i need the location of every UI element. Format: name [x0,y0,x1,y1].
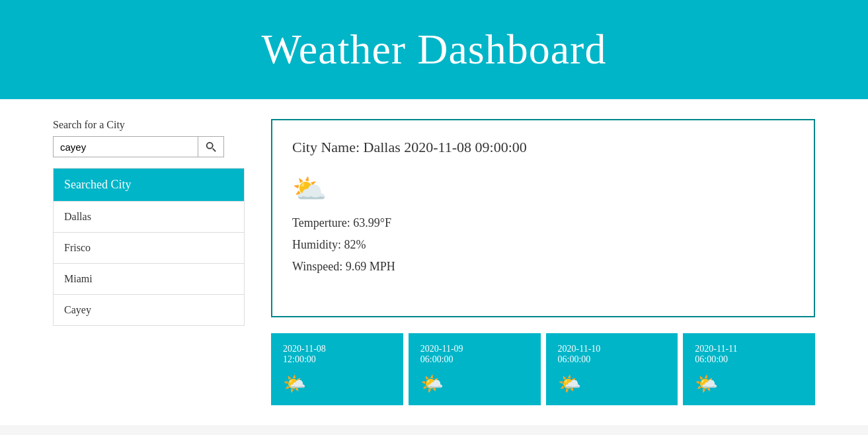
city-list-header: Searched City [54,169,244,201]
search-input[interactable] [53,136,198,157]
windspeed-label: Winspeed: 9.69 MPH [292,260,794,274]
city-list: Searched City Dallas Frisco Miami Cayey [53,168,245,326]
humidity-label: Humidity: 82% [292,238,794,252]
temperature-label: Temperture: 63.99°F [292,216,794,230]
forecast-card-2: 2020-11-10 06:00:00 🌤️ [546,333,678,405]
forecast-icon-2: 🌤️ [558,373,666,395]
forecast-row: 2020-11-08 12:00:00 🌤️ 2020-11-09 06:00:… [271,333,815,405]
weather-icon: ⛅ [292,169,794,206]
city-list-item[interactable]: Cayey [54,294,244,325]
forecast-card-3: 2020-11-11 06:00:00 🌤️ [683,333,815,405]
forecast-card-0: 2020-11-08 12:00:00 🌤️ [271,333,403,405]
search-button[interactable] [198,136,224,157]
forecast-date-1: 2020-11-09 06:00:00 [420,344,529,365]
main-content: Search for a City Searched City Dallas F… [0,99,868,425]
search-row [53,136,245,157]
forecast-card-1: 2020-11-09 06:00:00 🌤️ [409,333,541,405]
city-list-item[interactable]: Frisco [54,232,244,263]
app-header: Weather Dashboard [0,0,868,99]
search-icon [205,141,217,153]
sidebar: Search for a City Searched City Dallas F… [53,119,245,405]
app-title: Weather Dashboard [262,25,607,74]
city-list-item[interactable]: Dallas [54,201,244,232]
svg-point-0 [207,143,213,149]
forecast-icon-3: 🌤️ [695,373,803,395]
city-list-item[interactable]: Miami [54,263,244,294]
forecast-date-3: 2020-11-11 06:00:00 [695,344,803,365]
weather-panel: City Name: Dallas 2020-11-08 09:00:00 ⛅ … [271,119,815,405]
forecast-icon-0: 🌤️ [283,373,391,395]
forecast-icon-1: 🌤️ [420,373,529,395]
current-weather-card: City Name: Dallas 2020-11-08 09:00:00 ⛅ … [271,119,815,317]
forecast-date-0: 2020-11-08 12:00:00 [283,344,391,365]
city-datetime-label: City Name: Dallas 2020-11-08 09:00:00 [292,139,794,156]
svg-line-1 [213,149,216,152]
forecast-date-2: 2020-11-10 06:00:00 [558,344,666,365]
search-label: Search for a City [53,119,245,131]
